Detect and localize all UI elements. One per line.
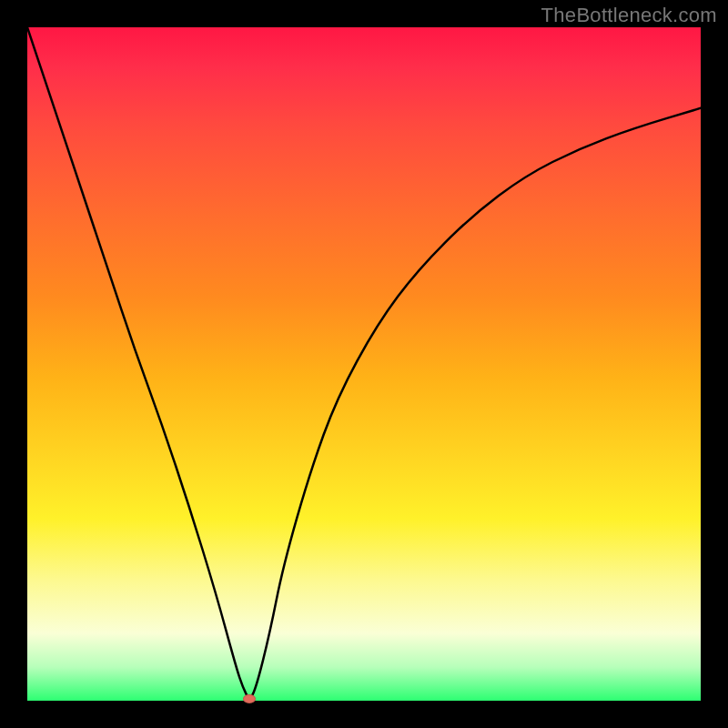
attribution-text: TheBottleneck.com [541, 4, 717, 27]
gradient-background [27, 27, 701, 701]
plot-area [27, 27, 701, 701]
chart-frame: TheBottleneck.com [0, 0, 728, 728]
